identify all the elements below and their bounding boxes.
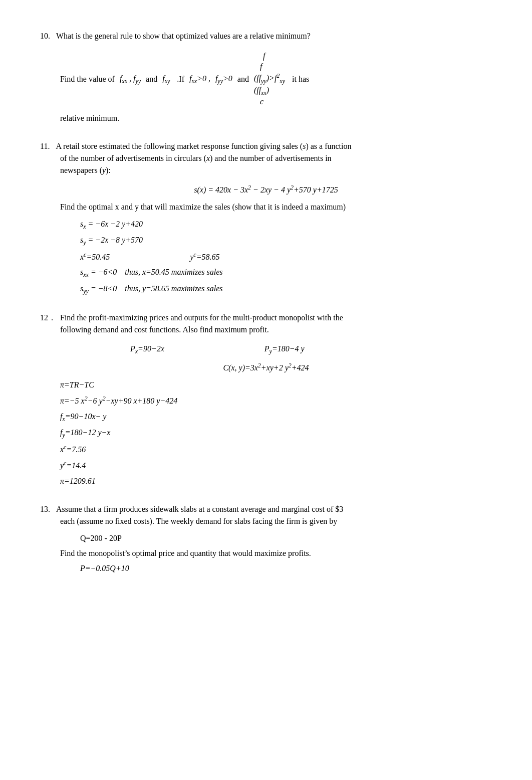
q11-q3: newspapers (y): <box>60 164 492 176</box>
q13-task: Find the monopolist’s optimal price and … <box>60 547 492 559</box>
q11-q2: of the number of advertisements in circu… <box>60 152 492 164</box>
q13-demand: Q=200 - 20P <box>80 532 492 544</box>
q11-number: 11. <box>40 142 50 150</box>
q12-number: 12． <box>40 313 56 322</box>
q12-q2: following demand and cost functions. Als… <box>60 324 492 336</box>
q10-cond2: fyy>0 <box>215 73 232 86</box>
q11-formula: s(x) = 420x − 3x2 − 2xy − 4 y2+570 y+172… <box>40 182 492 196</box>
q10-cond1: fxx>0 , <box>189 73 210 86</box>
q12-demand-functions: Px=90−2x Py=180−4 y <box>130 343 492 356</box>
q11-header: 11. A retail store estimated the followi… <box>40 140 492 176</box>
q13-formula: P=−0.05Q+10 <box>80 562 492 574</box>
q13-number: 13. <box>40 505 50 513</box>
q11-syy: syy = −8<0 thus, y=58.65 maximizes sales <box>80 283 492 296</box>
question-12: 12． Find the profit-maximizing prices an… <box>40 312 492 487</box>
q13-header: 13. Assume that a firm produces sidewalk… <box>40 503 492 527</box>
q10-if: .If <box>175 73 184 85</box>
q11-step2: sy = −2x −8 y+570 <box>80 234 492 247</box>
q10-it-has: it has <box>292 73 309 85</box>
q12-px: Px=90−2x <box>130 343 164 356</box>
q12-step-pi2: π=−5 x2−6 y2−xy+90 x+180 y−424 <box>60 394 492 407</box>
q12-step-pi1: π=TR−TC <box>60 379 492 391</box>
q10-right-condition: f f (ffyy)>f2xy (ffxx) c <box>254 51 285 107</box>
q11-step1: sx = −6x −2 y+420 <box>80 218 492 231</box>
q10-conclusion: relative minimum. <box>60 112 492 124</box>
q12-pi: π=1209.61 <box>60 475 492 487</box>
q12-cost: C(x, y)=3x2+xy+2 y2+424 <box>40 361 492 374</box>
question-11: 11. A retail store estimated the followi… <box>40 140 492 295</box>
q11-sxx: sxx = −6<0 thus, x=50.45 maximizes sales <box>80 266 492 279</box>
q12-py: Py=180−4 y <box>264 343 305 356</box>
q12-header: 12． Find the profit-maximizing prices an… <box>40 312 492 336</box>
q10-c-bottom: c <box>260 97 263 107</box>
q10-ff-yy: (ffyy)>f2xy <box>254 72 285 85</box>
q10-number-line: 10. What is the general rule to show tha… <box>40 30 492 42</box>
q12-xc: xc=7.56 <box>60 443 492 456</box>
q12-q1: Find the profit-maximizing prices and ou… <box>60 313 343 322</box>
q10-f-mid: f <box>260 62 262 72</box>
q10-conclusion-text: relative minimum. <box>60 114 119 122</box>
q10-question: What is the general rule to show that op… <box>56 32 311 40</box>
q10-find-prefix: Find the value of <box>60 73 115 85</box>
q12-fx: fx=90−10x− y <box>60 411 492 424</box>
q10-and2: and <box>237 73 249 85</box>
q11-task: Find the optimal x and y that will maxim… <box>60 201 492 213</box>
q13-q2: each (assume no fixed costs). The weekly… <box>60 515 492 527</box>
q12-yc: yc=14.4 <box>60 459 492 472</box>
q11-y-sol: yc=58.65 <box>190 250 219 263</box>
q10-vars2: fxy <box>162 73 170 86</box>
q12-fy: fy=180−12 y−x <box>60 427 492 440</box>
q11-q1: A retail store estimated the following m… <box>56 142 351 150</box>
question-10: 10. What is the general rule to show tha… <box>40 30 492 124</box>
q10-f-top: f <box>263 51 265 62</box>
q10-ff-xx: (ffxx) <box>254 85 269 97</box>
q11-solutions: xc=50.45 yc=58.65 <box>80 250 492 263</box>
q10-and1: and <box>146 73 157 85</box>
q10-vars1: fxx , fyy <box>120 73 141 86</box>
q11-x-sol: xc=50.45 <box>80 250 110 263</box>
q10-number: 10. <box>40 32 50 40</box>
q13-q1: Assume that a firm produces sidewalk sla… <box>56 505 343 513</box>
question-13: 13. Assume that a firm produces sidewalk… <box>40 503 492 574</box>
